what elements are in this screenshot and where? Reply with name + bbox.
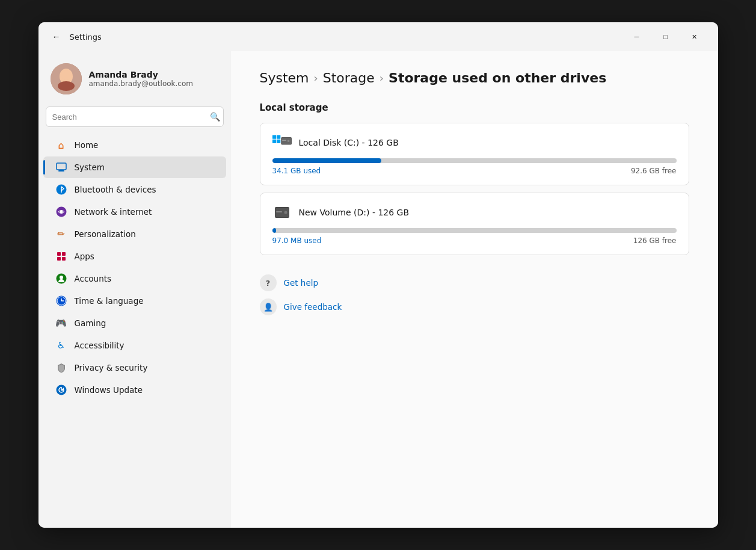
network-icon — [55, 206, 67, 218]
sidebar-item-privacy[interactable]: Privacy & security — [43, 357, 226, 379]
c-drive-header: Local Disk (C:) - 126 GB — [272, 133, 677, 152]
accounts-icon — [55, 273, 67, 285]
gaming-icon: 🎮 — [55, 317, 67, 329]
user-email: amanda.brady@outlook.com — [89, 79, 193, 88]
time-icon — [55, 295, 67, 307]
storage-item-d[interactable]: New Volume (D:) - 126 GB 97.0 MB used 12… — [260, 193, 689, 255]
window-controls: ─ □ ✕ — [623, 27, 708, 46]
c-drive-label: Local Disk (C:) - 126 GB — [299, 138, 399, 147]
update-icon — [55, 384, 67, 396]
minimize-button[interactable]: ─ — [623, 27, 651, 46]
svg-rect-23 — [272, 135, 276, 139]
storage-item-c[interactable]: Local Disk (C:) - 126 GB 34.1 GB used 92… — [260, 123, 689, 185]
search-input[interactable] — [46, 107, 224, 127]
content-area: Amanda Brady amanda.brady@outlook.com 🔍 … — [38, 51, 718, 528]
titlebar: ← Settings ─ □ ✕ — [38, 22, 718, 51]
nav-label-gaming: Gaming — [75, 318, 106, 328]
svg-rect-13 — [57, 257, 61, 261]
svg-point-10 — [60, 211, 63, 214]
sidebar-item-bluetooth[interactable]: Bluetooth & devices — [43, 179, 226, 200]
avatar-svg — [51, 63, 82, 94]
avatar — [51, 63, 82, 94]
privacy-icon — [55, 362, 67, 374]
apps-icon — [55, 250, 67, 262]
c-drive-icon — [272, 133, 292, 152]
help-section: ? Get help 👤 Give feedback — [260, 274, 689, 315]
settings-window: ← Settings ─ □ ✕ — [38, 22, 718, 528]
give-feedback-icon: 👤 — [260, 298, 277, 315]
window-title: Settings — [70, 32, 102, 42]
avatar-image — [51, 63, 82, 94]
back-button[interactable]: ← — [48, 28, 65, 45]
breadcrumb: System › Storage › Storage used on other… — [260, 70, 689, 85]
svg-point-29 — [287, 140, 289, 143]
search-icon[interactable]: 🔍 — [210, 112, 220, 122]
c-drive-stats: 34.1 GB used 92.6 GB free — [272, 167, 677, 175]
nav-label-update: Windows Update — [75, 385, 143, 395]
section-title: Local storage — [260, 102, 689, 113]
nav-label-apps: Apps — [75, 252, 94, 261]
system-icon — [55, 161, 67, 173]
sidebar-item-time[interactable]: Time & language — [43, 290, 226, 312]
svg-rect-5 — [57, 163, 66, 170]
c-drive-progress — [272, 158, 677, 163]
breadcrumb-sep-2: › — [380, 72, 384, 84]
accessibility-icon: ♿ — [55, 339, 67, 351]
sidebar: Amanda Brady amanda.brady@outlook.com 🔍 … — [38, 51, 231, 528]
sidebar-item-personalization[interactable]: ✏️ Personalization — [43, 223, 226, 245]
user-name: Amanda Brady — [89, 70, 193, 79]
d-drive-svg — [275, 207, 289, 218]
c-drive-svg — [272, 134, 292, 151]
nav-label-privacy: Privacy & security — [75, 363, 148, 372]
sidebar-item-gaming[interactable]: 🎮 Gaming — [43, 312, 226, 334]
user-profile[interactable]: Amanda Brady amanda.brady@outlook.com — [38, 56, 231, 104]
svg-rect-7 — [60, 170, 63, 171]
d-drive-stats: 97.0 MB used 126 GB free — [272, 236, 677, 245]
maximize-button[interactable]: □ — [652, 27, 680, 46]
personalization-icon: ✏️ — [55, 228, 67, 240]
nav-label-time: Time & language — [75, 296, 144, 306]
breadcrumb-sep-1: › — [314, 72, 318, 84]
d-drive-free: 126 GB free — [633, 236, 677, 245]
nav-label-accessibility: Accessibility — [75, 341, 124, 350]
svg-rect-28 — [281, 138, 291, 144]
svg-rect-25 — [272, 140, 276, 143]
nav-label-bluetooth: Bluetooth & devices — [75, 185, 156, 194]
sidebar-item-update[interactable]: Windows Update — [43, 379, 226, 401]
breadcrumb-system[interactable]: System — [260, 70, 309, 85]
sidebar-item-network[interactable]: Network & internet — [43, 201, 226, 223]
sidebar-item-system[interactable]: System — [43, 156, 226, 178]
user-info: Amanda Brady amanda.brady@outlook.com — [89, 70, 193, 88]
d-drive-header: New Volume (D:) - 126 GB — [272, 203, 677, 222]
svg-rect-34 — [276, 211, 282, 212]
c-drive-free: 92.6 GB free — [631, 167, 677, 175]
local-storage-section: Local storage — [260, 102, 689, 255]
breadcrumb-storage[interactable]: Storage — [323, 70, 375, 85]
nav-label-system: System — [75, 162, 105, 172]
get-help-icon: ? — [260, 274, 277, 291]
nav-label-network: Network & internet — [75, 207, 152, 217]
sidebar-item-apps[interactable]: Apps — [43, 246, 226, 267]
breadcrumb-current: Storage used on other drives — [389, 70, 606, 85]
c-drive-fill — [272, 158, 381, 163]
svg-rect-26 — [277, 140, 280, 143]
sidebar-item-accounts[interactable]: Accounts — [43, 268, 226, 289]
close-button[interactable]: ✕ — [681, 27, 708, 46]
sidebar-item-home[interactable]: ⌂ Home — [43, 134, 226, 156]
nav-list: ⌂ Home System Bluetooth & devices — [38, 134, 231, 401]
svg-rect-24 — [277, 135, 280, 139]
d-drive-progress — [272, 228, 677, 233]
home-icon: ⌂ — [55, 139, 67, 151]
d-drive-fill — [272, 228, 277, 233]
give-feedback-label: Give feedback — [284, 302, 342, 312]
give-feedback-link[interactable]: 👤 Give feedback — [260, 298, 689, 315]
search-box: 🔍 — [46, 107, 224, 127]
nav-label-accounts: Accounts — [75, 274, 112, 283]
get-help-link[interactable]: ? Get help — [260, 274, 689, 291]
svg-rect-11 — [57, 252, 61, 256]
svg-rect-30 — [282, 140, 286, 141]
nav-label-home: Home — [75, 140, 99, 150]
d-drive-label: New Volume (D:) - 126 GB — [299, 208, 410, 217]
sidebar-item-accessibility[interactable]: ♿ Accessibility — [43, 335, 226, 356]
svg-point-33 — [284, 211, 287, 214]
